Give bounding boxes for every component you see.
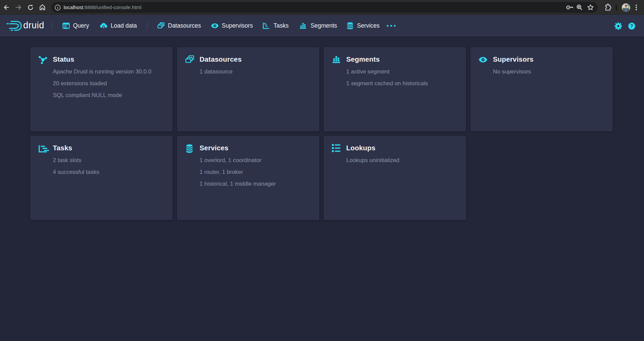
svg-text:?: ?	[630, 23, 633, 29]
